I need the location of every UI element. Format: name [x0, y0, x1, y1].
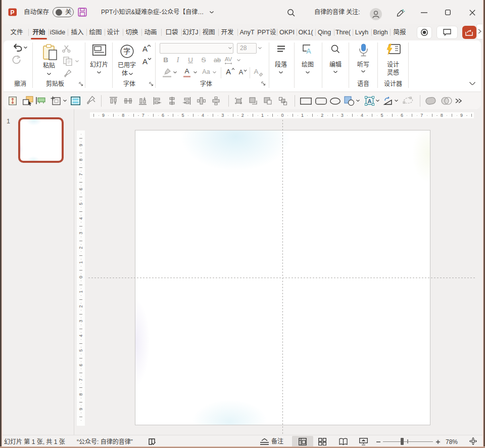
svg-text:P: P: [10, 9, 14, 16]
